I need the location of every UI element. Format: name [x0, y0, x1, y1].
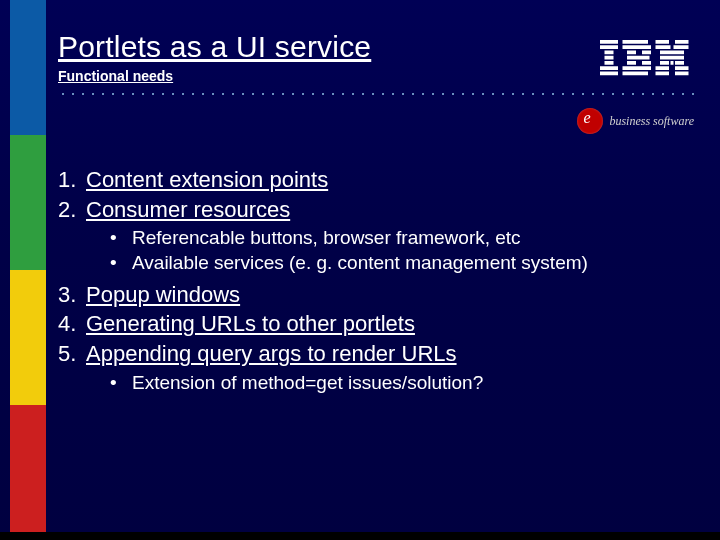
footer-bar — [0, 532, 720, 540]
list-item-number: 5. — [58, 339, 80, 369]
svg-rect-23 — [660, 61, 669, 65]
ebusiness-label: business software — [609, 114, 694, 129]
sidebar-segment-yellow — [10, 270, 46, 405]
ebusiness-e-icon — [577, 108, 603, 134]
sub-list-item: •Referencable buttons, browser framework… — [110, 226, 690, 251]
sub-list: •Referencable buttons, browser framework… — [110, 226, 690, 275]
svg-rect-3 — [605, 56, 614, 60]
svg-rect-28 — [656, 72, 670, 76]
svg-rect-17 — [675, 40, 689, 44]
bullet-icon: • — [110, 226, 118, 251]
svg-rect-27 — [675, 66, 689, 70]
list-item: 4.Generating URLs to other portlets — [58, 309, 690, 339]
bullet-icon: • — [110, 371, 118, 396]
list-item-text: Content extension points — [86, 165, 328, 195]
svg-rect-1 — [600, 45, 618, 49]
sub-list-item: •Extension of method=get issues/solution… — [110, 371, 690, 396]
svg-rect-0 — [600, 40, 618, 44]
bullet-icon: • — [110, 251, 118, 276]
list-item-number: 3. — [58, 280, 80, 310]
svg-rect-11 — [627, 56, 650, 60]
svg-rect-9 — [627, 51, 636, 55]
list-item: 5.Appending query args to render URLs — [58, 339, 690, 369]
svg-rect-2 — [605, 51, 614, 55]
color-sidebar — [10, 0, 46, 540]
svg-rect-20 — [660, 51, 672, 55]
sub-list-item-text: Available services (e. g. content manage… — [132, 251, 588, 276]
list-item-text: Consumer resources — [86, 195, 290, 225]
list-item: 3.Popup windows — [58, 280, 690, 310]
sidebar-segment-green — [10, 135, 46, 270]
svg-rect-7 — [623, 40, 649, 44]
svg-rect-22 — [660, 56, 684, 60]
svg-rect-16 — [656, 40, 670, 44]
svg-rect-26 — [656, 66, 670, 70]
svg-rect-25 — [675, 61, 684, 65]
sub-list: •Extension of method=get issues/solution… — [110, 371, 690, 396]
svg-rect-24 — [671, 61, 674, 65]
svg-rect-13 — [642, 61, 651, 65]
svg-rect-19 — [674, 45, 689, 49]
slide-body: 1.Content extension points2.Consumer res… — [58, 165, 690, 400]
svg-rect-29 — [675, 72, 689, 76]
svg-rect-18 — [656, 45, 671, 49]
list-item-text: Popup windows — [86, 280, 240, 310]
list-item-text: Generating URLs to other portlets — [86, 309, 415, 339]
sidebar-segment-red — [10, 405, 46, 540]
svg-rect-21 — [672, 51, 684, 55]
list-item-number: 2. — [58, 195, 80, 225]
svg-rect-4 — [605, 61, 614, 65]
svg-rect-10 — [642, 51, 651, 55]
sub-list-item-text: Referencable buttons, browser framework,… — [132, 226, 521, 251]
svg-rect-6 — [600, 72, 618, 76]
svg-rect-14 — [623, 66, 652, 70]
svg-rect-15 — [623, 72, 649, 76]
ibm-logo-icon — [600, 40, 690, 76]
list-item: 1.Content extension points — [58, 165, 690, 195]
ebusiness-badge: business software — [577, 108, 694, 134]
list-item-text: Appending query args to render URLs — [86, 339, 457, 369]
svg-rect-12 — [627, 61, 636, 65]
list-item-number: 1. — [58, 165, 80, 195]
sidebar-segment-blue — [10, 0, 46, 135]
sub-list-item: •Available services (e. g. content manag… — [110, 251, 690, 276]
list-item: 2.Consumer resources — [58, 195, 690, 225]
sub-list-item-text: Extension of method=get issues/solution? — [132, 371, 483, 396]
divider-dots — [58, 92, 700, 96]
svg-rect-5 — [600, 66, 618, 70]
list-item-number: 4. — [58, 309, 80, 339]
svg-rect-8 — [623, 45, 652, 49]
